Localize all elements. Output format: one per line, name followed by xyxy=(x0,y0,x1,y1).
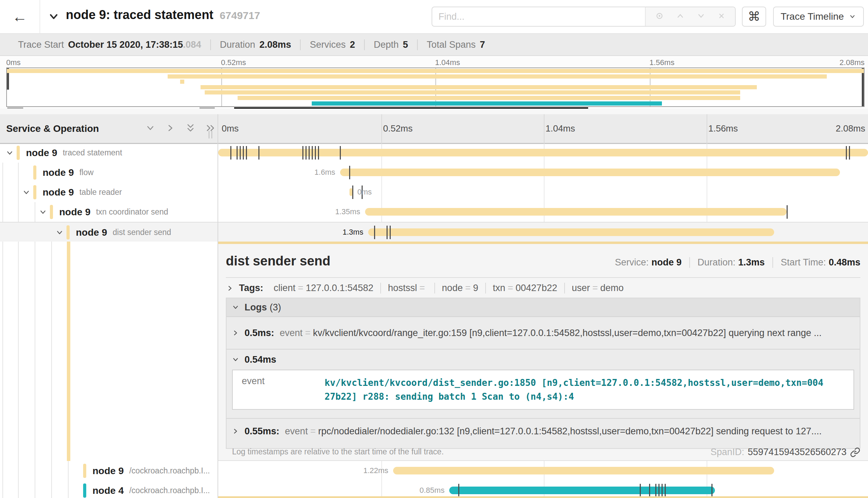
tag-item: txn=00427b22 xyxy=(485,283,564,293)
chevron-down-icon[interactable] xyxy=(145,123,156,135)
timeline-header: Service & Operation 0ms0.52ms1.04ms1.56m… xyxy=(0,114,868,144)
timeline-tick-label: 1.04ms xyxy=(546,114,575,143)
span-row[interactable]: node 9table reader0ms xyxy=(0,182,868,202)
tag-item: hostssl= xyxy=(380,283,434,293)
tag-key: node xyxy=(442,283,463,293)
meta-label: Duration: xyxy=(698,257,736,268)
minimap-right-scrubber[interactable] xyxy=(862,68,864,106)
next-match-icon[interactable] xyxy=(696,11,706,22)
span-row[interactable]: node 9flow1.6ms xyxy=(0,163,868,182)
span-collapse-chevron-icon[interactable] xyxy=(55,228,64,238)
column-divider[interactable] xyxy=(218,114,218,498)
locate-icon[interactable] xyxy=(655,11,664,22)
log-event-tick xyxy=(655,484,656,497)
meta-label: Service: xyxy=(615,257,649,268)
clear-search-icon[interactable] xyxy=(717,11,726,22)
summary-value: 2 xyxy=(350,39,355,50)
span-bar[interactable] xyxy=(365,208,787,216)
indent-guide xyxy=(51,222,52,498)
tags-row[interactable]: Tags: client=127.0.0.1:54582hostssl=node… xyxy=(226,283,631,293)
trace-summary-item: Total Spans7 xyxy=(417,39,494,50)
summary-label: Trace Start xyxy=(18,39,64,50)
summary-value-suffix: .084 xyxy=(183,39,201,50)
span-meta-item: Start Time:0.48ms xyxy=(772,257,860,268)
tag-equals: = xyxy=(419,283,425,293)
minimap-span-bar[interactable] xyxy=(312,101,662,106)
span-rows-viewport: node 9traced statementnode 9flow1.6msnod… xyxy=(0,143,868,498)
span-collapse-chevron-icon[interactable] xyxy=(22,188,31,198)
timeline-header-gridline xyxy=(544,114,544,144)
span-detail-meta: Service:node 9Duration:1.3msStart Time:0… xyxy=(607,257,860,268)
tag-value: 127.0.0.1:54582 xyxy=(306,283,373,293)
span-service-name: node 9 xyxy=(76,227,107,238)
log-event-tick xyxy=(243,146,244,160)
tag-value: 9 xyxy=(473,283,478,293)
link-icon[interactable] xyxy=(850,447,860,458)
timeline-header-gridline xyxy=(707,114,707,144)
log-entry-row-expanded[interactable]: 0.54ms xyxy=(227,350,860,370)
summary-label: Duration xyxy=(220,39,255,50)
chevron-right-icon[interactable] xyxy=(165,123,176,135)
log-event-tick xyxy=(349,166,350,179)
log-event-tick xyxy=(258,146,259,160)
log-message: kv/kvclient/kvcoord/range_iter.go:159 [n… xyxy=(313,328,822,338)
span-row[interactable]: node 9traced statement xyxy=(0,143,868,163)
span-bar[interactable] xyxy=(393,467,774,474)
chevron-right-icon xyxy=(226,284,234,292)
span-id-value: 5597415943526560273 xyxy=(748,447,847,458)
tag-item: user=demo xyxy=(564,283,631,293)
keyboard-shortcuts-button[interactable]: ⌘ xyxy=(742,7,766,27)
span-bar[interactable] xyxy=(368,228,774,236)
find-input[interactable] xyxy=(432,7,645,26)
span-color-bar xyxy=(33,165,36,180)
double-chevron-down-icon[interactable] xyxy=(185,123,196,135)
span-row[interactable]: node 9/cockroach.roachpb.I...1.22ms xyxy=(0,461,868,481)
trace-collapse-chevron-icon[interactable] xyxy=(47,10,60,25)
back-button[interactable]: ← xyxy=(0,0,40,33)
span-name-cell: node 9flow xyxy=(43,163,94,182)
span-color-bar xyxy=(50,205,53,219)
span-duration-label: 1.35ms xyxy=(335,208,360,216)
span-name-cell: node 9txn coordinator send xyxy=(59,202,168,222)
tag-key: txn xyxy=(493,283,505,293)
log-event-tick xyxy=(305,146,307,160)
log-entry-row[interactable]: 0.55ms:event=rpc/nodedialer/nodedialer.g… xyxy=(227,418,860,444)
span-collapse-chevron-icon[interactable] xyxy=(38,208,47,218)
span-operation-name: txn coordinator send xyxy=(96,207,168,217)
minimap-span-bar[interactable] xyxy=(238,96,740,100)
log-event-tick xyxy=(649,484,650,497)
minimap-span-bar[interactable] xyxy=(7,69,864,73)
tree-controls xyxy=(145,114,216,143)
log-event-tick xyxy=(315,146,316,160)
tag-equals: = xyxy=(508,283,513,293)
logs-section-header[interactable]: Logs (3) xyxy=(227,298,860,317)
minimap-span-bar[interactable] xyxy=(205,90,740,94)
trace-summary-item: Depth5 xyxy=(364,39,417,50)
minimap-span-bar[interactable] xyxy=(180,80,184,84)
span-row[interactable]: node 9dist sender send1.3ms xyxy=(0,222,868,242)
span-detail-panel: dist sender send Service:node 9Duration:… xyxy=(218,242,868,461)
span-name-cell: node 9/cockroach.roachpb.I... xyxy=(92,461,210,481)
minimap-span-bar[interactable] xyxy=(201,85,757,89)
tag-item: node=9 xyxy=(434,283,485,293)
prev-match-icon[interactable] xyxy=(675,11,685,22)
span-collapse-chevron-icon[interactable] xyxy=(5,148,14,159)
span-duration-label: 1.6ms xyxy=(315,168,335,176)
span-bar[interactable] xyxy=(340,169,840,176)
chevron-down-icon xyxy=(231,303,240,311)
minimap-span-bar[interactable] xyxy=(168,74,827,79)
log-entry-row[interactable]: 0.5ms:event=kv/kvclient/kvcoord/range_it… xyxy=(227,317,860,350)
trace-minimap[interactable]: 0ms0.52ms1.04ms1.56ms2.08ms xyxy=(0,57,868,114)
minimap-tick-label: 1.56ms xyxy=(649,58,674,67)
span-name-cell: node 9traced statement xyxy=(26,143,122,163)
span-row[interactable]: node 9txn coordinator send1.35ms xyxy=(0,202,868,222)
column-resize-handle[interactable] xyxy=(209,131,214,138)
view-selector-button[interactable]: Trace Timeline xyxy=(773,7,864,27)
span-bar[interactable] xyxy=(449,487,715,494)
span-row[interactable]: node 4/cockroach.roachpb.I...0.85ms xyxy=(0,481,868,498)
minimap-canvas[interactable] xyxy=(6,67,865,107)
app-header: ← node 9: traced statement6749717 ⌘ Trac… xyxy=(0,0,868,34)
span-name-cell: node 4/cockroach.roachpb.I... xyxy=(92,481,210,498)
service-operation-column-title: Service & Operation xyxy=(6,114,99,143)
tags-label: Tags: xyxy=(239,283,263,293)
